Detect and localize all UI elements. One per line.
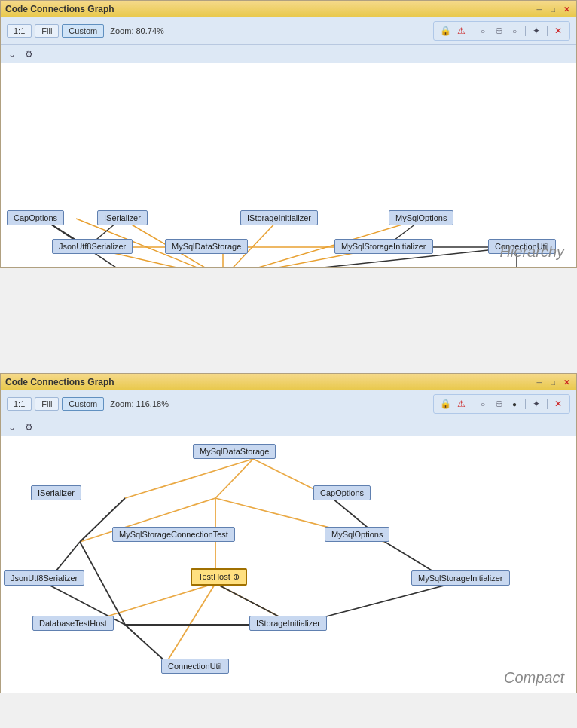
radio-filled-icon-1[interactable]: ○ — [508, 24, 521, 38]
node-mysql-si1[interactable]: MySqlStorageInitializer — [334, 239, 433, 254]
btn-custom-2[interactable]: Custom — [62, 397, 104, 411]
node-mysql-sct2[interactable]: MySqlStorageConnectionTest — [112, 527, 235, 542]
network-icon-2[interactable]: ⛁ — [492, 397, 505, 411]
btn-fill-2[interactable]: Fill — [35, 397, 59, 411]
title-bar-2: Code Connections Graph ─ □ ✕ — [1, 374, 576, 390]
sep-2a — [472, 399, 472, 409]
toolbar-left-2: 1:1 Fill Custom Zoom: 116.18% — [7, 397, 169, 411]
title-controls-2: ─ □ ✕ — [534, 377, 572, 387]
lock-icon-1[interactable]: 🔒 — [438, 24, 452, 38]
svg-line-21 — [125, 459, 253, 498]
node-mysql-ds2[interactable]: MySqlDataStorage — [193, 444, 276, 459]
radio-icon-1[interactable]: ○ — [476, 24, 490, 38]
window2-title: Code Connections Graph — [5, 377, 114, 387]
close-icon-1[interactable]: ✕ — [551, 24, 565, 38]
node-mysql-si2[interactable]: MySqlStorageInitializer — [411, 570, 510, 586]
node-istorage-init1[interactable]: IStorageInitializer — [240, 210, 318, 225]
title-controls-1: ─ □ ✕ — [534, 4, 572, 14]
graph-area-1: CapOptions ISerializer IStorageInitializ… — [1, 63, 576, 267]
maximize-btn-2[interactable]: □ — [548, 377, 558, 387]
second-toolbar-1: ⌄ ⚙ — [1, 45, 576, 63]
sep-2b — [525, 399, 526, 409]
toolbar-left-1: 1:1 Fill Custom Zoom: 80.74% — [7, 24, 164, 38]
hierarchy-label: Hierarchy — [499, 243, 564, 261]
warning-icon-2[interactable]: ⚠ — [454, 397, 468, 411]
gear-icon-2[interactable]: ⚙ — [22, 421, 35, 434]
zoom-label-2: Zoom: 116.18% — [110, 399, 169, 408]
toolbar-2: 1:1 Fill Custom Zoom: 116.18% 🔒 ⚠ ○ ⛁ ● … — [1, 390, 576, 418]
sep-1b — [525, 26, 526, 36]
window1-title: Code Connections Graph — [5, 4, 114, 14]
edges-svg-1 — [1, 63, 576, 267]
tool-icon-2[interactable]: ✦ — [530, 397, 543, 411]
toolbar-right-2: 🔒 ⚠ ○ ⛁ ● ✦ ✕ — [433, 394, 570, 414]
node-mysql-opt2[interactable]: MySqlOptions — [325, 527, 389, 542]
minimize-btn-2[interactable]: ─ — [534, 377, 545, 387]
btn-1to1-1[interactable]: 1:1 — [7, 24, 32, 38]
sep-1c — [547, 26, 548, 36]
node-mysqlopt1[interactable]: MySqlOptions — [389, 210, 453, 225]
radio-filled-icon-2[interactable]: ● — [508, 397, 521, 411]
btn-fill-1[interactable]: Fill — [35, 24, 59, 38]
node-conn-util2[interactable]: ConnectionUtil — [161, 659, 229, 674]
graph-area-2: MySqlDataStorage ISerializer CapOptions … — [1, 436, 576, 693]
node-db-test2[interactable]: DatabaseTestHost — [32, 616, 114, 631]
node-iser2[interactable]: ISerializer — [31, 485, 81, 500]
sep-2c — [547, 399, 548, 409]
node-json-ser1[interactable]: JsonUtf8Serializer — [52, 239, 133, 254]
tool-icon-1[interactable]: ✦ — [530, 24, 543, 38]
close-btn-2[interactable]: ✕ — [561, 377, 572, 387]
window1: Code Connections Graph ─ □ ✕ 1:1 Fill Cu… — [0, 0, 577, 268]
icon-group-1a: 🔒 ⚠ ○ ⛁ ○ ✦ ✕ — [433, 21, 570, 41]
chevron-icon-2[interactable]: ⌄ — [5, 421, 19, 434]
btn-1to1-2[interactable]: 1:1 — [7, 397, 32, 411]
minimize-btn-1[interactable]: ─ — [534, 4, 545, 14]
svg-line-37 — [125, 625, 166, 662]
node-json-ser2[interactable]: JsonUtf8Serializer — [4, 570, 84, 586]
gear-icon-1[interactable]: ⚙ — [22, 47, 35, 61]
compact-label: Compact — [504, 669, 564, 687]
edges-svg-2 — [1, 436, 576, 693]
network-icon-1[interactable]: ⛁ — [492, 24, 505, 38]
zoom-label-1: Zoom: 80.74% — [110, 26, 164, 35]
close-btn-1[interactable]: ✕ — [561, 4, 572, 14]
node-mysql-ds1[interactable]: MySqlDataStorage — [165, 239, 248, 254]
toolbar-1: 1:1 Fill Custom Zoom: 80.74% 🔒 ⚠ ○ ⛁ ○ ✦… — [1, 17, 576, 45]
node-capopt2[interactable]: CapOptions — [313, 485, 371, 500]
radio-icon-2[interactable]: ○ — [476, 397, 490, 411]
svg-line-33 — [80, 542, 125, 625]
window2: Code Connections Graph ─ □ ✕ 1:1 Fill Cu… — [0, 373, 577, 693]
node-capopt1[interactable]: CapOptions — [7, 210, 64, 225]
title-bar-1: Code Connections Graph ─ □ ✕ — [1, 1, 576, 17]
node-testhost2[interactable]: TestHost ⊕ — [191, 568, 247, 586]
sep-1a — [472, 26, 472, 36]
second-toolbar-2: ⌄ ⚙ — [1, 418, 576, 436]
maximize-btn-1[interactable]: □ — [548, 4, 558, 14]
btn-custom-1[interactable]: Custom — [62, 24, 104, 38]
node-iser1[interactable]: ISerializer — [97, 210, 148, 225]
warning-icon-1[interactable]: ⚠ — [454, 24, 468, 38]
toolbar-right-1: 🔒 ⚠ ○ ⛁ ○ ✦ ✕ — [433, 21, 570, 41]
lock-icon-2[interactable]: 🔒 — [438, 397, 452, 411]
icon-group-2a: 🔒 ⚠ ○ ⛁ ● ✦ ✕ — [433, 394, 570, 414]
node-istorage-init2[interactable]: IStorageInitializer — [249, 616, 327, 631]
chevron-icon-1[interactable]: ⌄ — [5, 47, 19, 61]
close-icon-2[interactable]: ✕ — [551, 397, 565, 411]
svg-line-20 — [215, 459, 253, 498]
svg-line-29 — [166, 583, 215, 662]
